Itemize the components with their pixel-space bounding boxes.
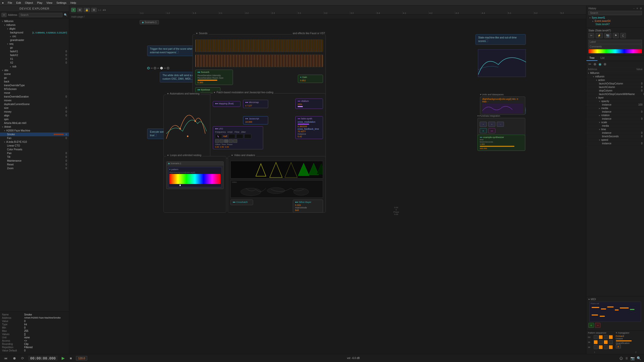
pattern-cell[interactable]: [609, 335, 613, 339]
pattern-cell[interactable]: [609, 340, 613, 344]
menu-view[interactable]: View: [47, 1, 53, 4]
props-row-stop[interactable]: stopColumn 0: [586, 89, 644, 93]
tree-item-colorpresets[interactable]: Color Presets: [0, 148, 69, 151]
bpm-display[interactable]: 120.0: [76, 356, 88, 360]
tree-item-fan[interactable]: Fan 0: [0, 136, 69, 140]
history-sync-tree[interactable]: ▾ Sync.tree41: [588, 16, 642, 19]
transport-search-btn[interactable]: 🔍: [637, 356, 641, 360]
transport-rewind-btn[interactable]: ⏮: [3, 356, 9, 361]
props-row-launch[interactable]: launchColumn 0: [586, 85, 644, 89]
history-close-btn[interactable]: ✕: [636, 7, 638, 10]
tree-item-duplicatecurrentscene[interactable]: duplicateCurrentScene: [0, 102, 69, 106]
tree-item-align[interactable]: align 0: [0, 114, 69, 117]
props-row-action[interactable]: ▾ action: [586, 78, 644, 82]
state-camera-btn[interactable]: 📷: [604, 33, 611, 38]
tree-item-artnet[interactable]: ▾ Artnet: [0, 125, 69, 129]
props-row-speed[interactable]: ▾ speed: [586, 138, 644, 142]
state-color-gradient[interactable]: [588, 49, 642, 53]
transport-loop-btn[interactable]: ⟳: [20, 356, 25, 361]
transport-pause-btn[interactable]: ⏸: [625, 356, 628, 360]
props-row-scale[interactable]: ▾ scale: [586, 121, 644, 124]
midi-add-btn[interactable]: +: [588, 323, 594, 328]
tree-item-zoom[interactable]: Zoom 0: [0, 166, 69, 170]
props-row-opacity-instance[interactable]: instance 100: [586, 103, 644, 107]
props-row-millumin-child[interactable]: ▾ millumin: [586, 75, 644, 78]
state-c-btn[interactable]: C: [620, 33, 626, 38]
state-label-input[interactable]: [588, 40, 642, 44]
tree-item-x1[interactable]: X1 0: [0, 57, 69, 61]
tree-item-move[interactable]: move: [0, 91, 69, 95]
pattern-cell[interactable]: [604, 345, 608, 349]
tree-item-fadex1[interactable]: fadeX1 0: [0, 50, 69, 53]
tree-item-h2000[interactable]: ▾ H2000 Faze Machine: [0, 129, 69, 132]
tree-item-go[interactable]: go: [0, 46, 69, 50]
props-row-speed-instance[interactable]: instance 0: [586, 142, 644, 145]
tree-item-obs-go[interactable]: go: [0, 76, 69, 80]
props-row-time[interactable]: ▾ time: [586, 128, 644, 131]
tree-item-x2[interactable]: X2 0: [0, 61, 69, 65]
menu-play[interactable]: Play: [37, 1, 42, 4]
menu-file[interactable]: File: [8, 1, 12, 4]
state-cut-btn[interactable]: ✂: [588, 33, 594, 38]
tree-item-linearcto[interactable]: Linear CTO: [0, 144, 69, 148]
tree-item-spin[interactable]: spin: [0, 117, 69, 121]
tree-item-movex[interactable]: movex: [0, 99, 69, 102]
props-row-media[interactable]: ▸ media: [586, 107, 644, 110]
midi-remove-btn[interactable]: −: [595, 323, 600, 328]
pattern-cell[interactable]: [594, 335, 598, 339]
props-row-media-instance[interactable]: instance 0: [586, 110, 644, 114]
pattern-cell[interactable]: [604, 340, 608, 344]
tree-item-background[interactable]: background [1, 0.889491, 0.926818, 0.231…: [0, 31, 69, 34]
props-row-scale-media[interactable]: media: [586, 124, 644, 128]
tree-item-maintenance[interactable]: Maintenance 0: [0, 159, 69, 163]
pattern-cell[interactable]: [594, 345, 598, 349]
pattern-cell[interactable]: [599, 335, 603, 339]
tree-item-grandmaster[interactable]: grandmaster: [0, 38, 69, 42]
history-state-tend[interactable]: State.tend47: [588, 23, 642, 26]
transport-snapshot-btn[interactable]: 📷: [630, 356, 635, 360]
history-event-swan[interactable]: ▸ Event.swan54: [588, 19, 642, 23]
transport-stop-btn[interactable]: ■: [69, 356, 73, 361]
toolbar-btn2[interactable]: 🔒: [84, 8, 90, 12]
history-settings-btn[interactable]: ⚙: [640, 7, 642, 10]
tree-item-scene[interactable]: scene: [0, 72, 69, 76]
state-flag-btn[interactable]: ⚑: [613, 33, 619, 38]
menu-edit[interactable]: Edit: [16, 1, 21, 4]
tree-item-transoverrideduration[interactable]: transOverrideDuration 0: [0, 95, 69, 99]
add-button[interactable]: +: [71, 8, 76, 12]
tree-item-fittoscreen[interactable]: fitToScreen: [0, 87, 69, 91]
pattern-cell[interactable]: [599, 340, 603, 344]
tree-item-back[interactable]: back: [0, 80, 69, 83]
address-search-input[interactable]: [19, 13, 62, 17]
tree-item-dlight[interactable]: ▾ dlight: [0, 27, 69, 31]
tree-item-transoverridetype[interactable]: transOverrideType: [0, 83, 69, 87]
tree-item-aleda[interactable]: ▾ A.leda B-EYE K10: [0, 140, 69, 144]
props-row-layer[interactable]: ▾ layer: [586, 96, 644, 100]
tree-item-sub[interactable]: ▸ sub: [0, 65, 69, 68]
state-comments-input[interactable]: [588, 44, 642, 49]
props-row-time-instance[interactable]: instance 0: [586, 131, 644, 135]
tree-item-obs[interactable]: ▾ obs: [0, 68, 69, 72]
history-collapse-btn[interactable]: −: [633, 7, 635, 10]
menu-settings[interactable]: Settings: [56, 1, 66, 4]
tree-item-millumin-root[interactable]: ▾ Millumin: [0, 19, 69, 23]
transport-power-btn[interactable]: ⏻: [619, 356, 623, 360]
history-search-input[interactable]: [588, 11, 642, 15]
score-canvas[interactable]: ◆ Scenario.1 Trigger the next part of th…: [69, 19, 586, 354]
add-address-button[interactable]: +: [2, 13, 7, 17]
tree-item-tilt[interactable]: Tilt 0: [0, 155, 69, 159]
pattern-cell[interactable]: [604, 335, 608, 339]
tree-item-size[interactable]: size 0: [0, 106, 69, 110]
pattern-cell[interactable]: [599, 345, 603, 349]
tree-item-reset[interactable]: Reset 0: [0, 163, 69, 166]
transport-play-btn[interactable]: ▶: [61, 355, 66, 361]
pattern-cell[interactable]: [594, 340, 598, 344]
props-row-rotation[interactable]: ▸ rotation: [586, 114, 644, 117]
props-row-millumin[interactable]: ▾ Millumin: [586, 71, 644, 75]
toolbar-btn3[interactable]: ⚙: [91, 8, 97, 12]
tree-item-fadex2[interactable]: fadeX2 0: [0, 53, 69, 57]
menu-help[interactable]: Help: [70, 1, 76, 4]
tree-item-pan[interactable]: Pan 0: [0, 151, 69, 155]
menu-object[interactable]: Object: [25, 1, 33, 4]
state-link-btn[interactable]: ⚡: [596, 33, 603, 38]
